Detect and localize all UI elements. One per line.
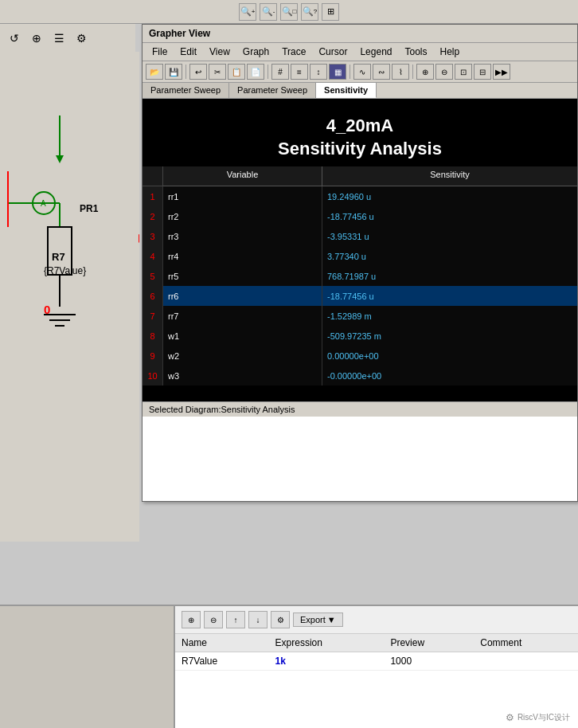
bottom-btn3[interactable]: ↑ [226,611,245,628]
cursor-btn[interactable]: ↕ [310,64,327,80]
bottom-btn1[interactable]: ⊕ [182,611,201,628]
menu-legend[interactable]: Legend [353,45,398,59]
rotate-icon[interactable]: ↺ [5,29,24,48]
col-header-variable: Variable [163,166,322,186]
cut-btn[interactable]: ✂ [209,64,226,80]
menu-trace[interactable]: Trace [275,45,312,59]
row-num-cell: 4 [143,246,163,266]
bottom-btn2[interactable]: ⊖ [204,611,223,628]
table-row[interactable]: 1rr119.24960 u [143,186,577,206]
params-cell-preview: 1000 [384,652,474,671]
params-table: Name Expression Preview Comment R7Value1… [175,634,578,671]
table-row[interactable]: 5rr5768.71987 u [143,266,577,286]
export-arrow: ▼ [327,615,336,624]
col-comment-header: Comment [474,634,578,652]
r7-label: R7 [52,251,65,263]
row-var-cell: w2 [163,346,322,366]
menu-tools[interactable]: Tools [398,45,433,59]
row-sens-cell: -18.77456 u [322,206,577,226]
grapher-titlebar: Grapher View [143,25,577,43]
row-num-cell: 7 [143,306,163,326]
label-btn[interactable]: ≡ [291,64,308,80]
menu-view[interactable]: View [203,45,236,59]
table-row[interactable]: 10w3-0.00000e+00 [143,366,577,386]
zoom-in2[interactable]: ⊕ [416,64,434,80]
zoom-sel[interactable]: ⊟ [474,64,491,80]
row-num-cell: 1 [143,186,163,206]
row-num-cell: 5 [143,266,163,286]
chart-title: 4_20mA Sensitivity Analysis [143,99,577,160]
open-btn[interactable]: 📂 [146,64,163,80]
status-bar: Selected Diagram:Sensitivity Analysis [143,401,577,417]
row-sens-cell: -509.97235 m [322,326,577,346]
zoom-out-btn[interactable]: 🔍- [260,3,277,21]
grapher-menubar: File Edit View Graph Trace Cursor Legend… [143,43,577,61]
row-sens-cell: 3.77340 u [322,246,577,266]
bottom-btn5[interactable]: ⚙ [271,611,290,628]
tab-param-sweep-1[interactable]: Parameter Sweep [143,83,229,98]
row-num-cell: 9 [143,346,163,366]
row-num-cell: 3 [143,226,163,246]
row-sens-cell: -18.77456 u [322,286,577,306]
row-var-cell: rr2 [163,206,322,226]
bottom-right-panel: ⊕ ⊖ ↑ ↓ ⚙ Export ▼ Name Expression Previ… [175,606,578,728]
bottom-btn4[interactable]: ↓ [248,611,268,628]
table-row[interactable]: 9w20.00000e+00 [143,346,577,366]
table-row[interactable]: 2rr2-18.77456 u [143,206,577,226]
col-name-header: Name [175,634,269,652]
undo-btn[interactable]: ↩ [189,64,207,80]
row-sens-cell: -1.52989 m [322,306,577,326]
zoom-out2[interactable]: ⊖ [435,64,453,80]
tab-param-sweep-2[interactable]: Parameter Sweep [229,83,316,98]
table-row[interactable]: 3rr3-3.95331 u [143,226,577,246]
row-sens-cell: 19.24960 u [322,186,577,206]
list-icon[interactable]: ☰ [49,29,68,48]
menu-graph[interactable]: Graph [236,45,275,59]
paste-btn[interactable]: 📄 [247,64,264,80]
tabs-bar: Parameter Sweep Parameter Sweep Sensitiv… [143,83,577,99]
grid-btn[interactable]: ⊞ [322,3,339,21]
bottom-panel: rcuit Paral ⊕ ⊖ ↑ ↓ ⚙ Export ▼ Name Expr… [0,605,578,728]
zoom-fit2[interactable]: ⊡ [455,64,472,80]
tab-sensitivity[interactable]: Sensitivity [316,83,377,98]
zoom-in-btn[interactable]: 🔍+ [239,3,256,21]
sep4 [412,65,413,79]
svg-marker-1 [56,155,64,163]
row-var-cell: w3 [163,366,322,386]
wave1-btn[interactable]: ∿ [353,64,371,80]
table-row[interactable]: 4rr43.77340 u [143,246,577,266]
zoom-query-btn[interactable]: 🔍? [301,3,318,21]
row-var-cell: rr5 [163,266,322,286]
active-btn[interactable]: ▦ [329,64,346,80]
grapher-window: Grapher View File Edit View Graph Trace … [142,24,578,502]
zoom-fit-btn[interactable]: 🔍□ [280,3,298,21]
menu-file[interactable]: File [146,45,174,59]
row-var-cell: rr3 [163,226,322,246]
menu-cursor[interactable]: Cursor [312,45,353,59]
settings-icon[interactable]: ⚙ [72,29,91,48]
menu-help[interactable]: Help [434,45,467,59]
wave2-btn[interactable]: ∾ [373,64,390,80]
menu-edit[interactable]: Edit [174,45,203,59]
bottom-toolbar: ⊕ ⊖ ↑ ↓ ⚙ Export ▼ [175,606,578,634]
add-icon[interactable]: ⊕ [27,29,46,48]
table-row[interactable]: 8w1-509.97235 m [143,326,577,346]
more-btn[interactable]: ▶▶ [493,64,510,80]
risc-label: RiscV与IC设计 [517,712,570,723]
params-cell-expression: 1k [269,652,385,671]
params-row[interactable]: R7Value1k1000 [175,652,578,671]
table-row[interactable]: 7rr7-1.52989 m [143,306,577,326]
row-var-cell: rr7 [163,306,322,326]
grid-toggle[interactable]: # [271,64,289,80]
col-expression-header: Expression [269,634,385,652]
export-label: Export [300,615,326,624]
sep1 [186,65,186,79]
arrow-indicator: ▶ [139,231,139,244]
table-row[interactable]: 6rr6-18.77456 u [143,286,577,306]
export-button[interactable]: Export ▼ [293,613,343,627]
wave3-btn[interactable]: ⌇ [392,64,409,80]
copy-btn[interactable]: 📋 [228,64,245,80]
chart-title-line1: 4_20mA [143,115,577,138]
save-btn[interactable]: 💾 [165,64,182,80]
params-cell-comment [474,652,578,671]
